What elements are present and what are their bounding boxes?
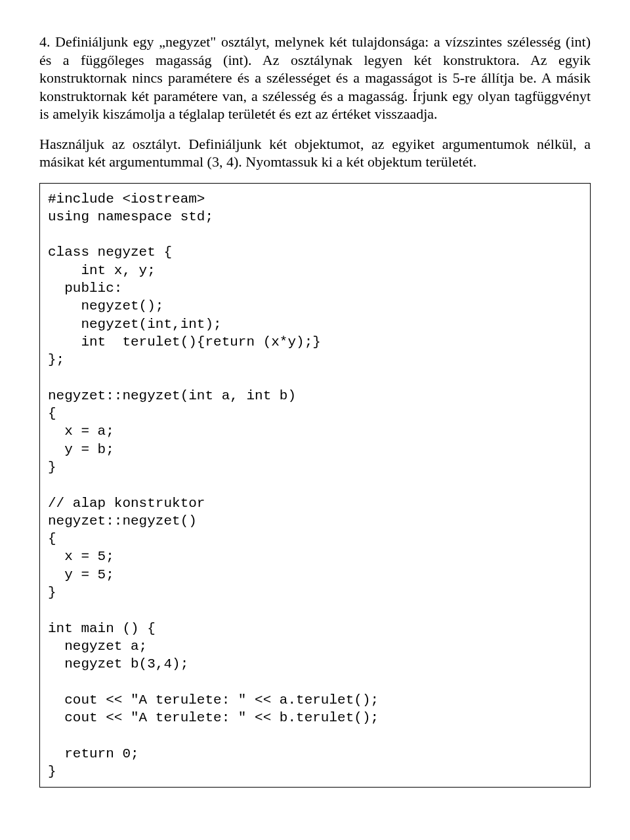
exercise-paragraph-2: Használjuk az osztályt. Definiáljunk két… bbox=[39, 135, 591, 171]
exercise-paragraph-1: 4. Definiáljunk egy „negyzet" osztályt, … bbox=[39, 33, 591, 123]
code-block: #include <iostream> using namespace std;… bbox=[39, 183, 591, 788]
